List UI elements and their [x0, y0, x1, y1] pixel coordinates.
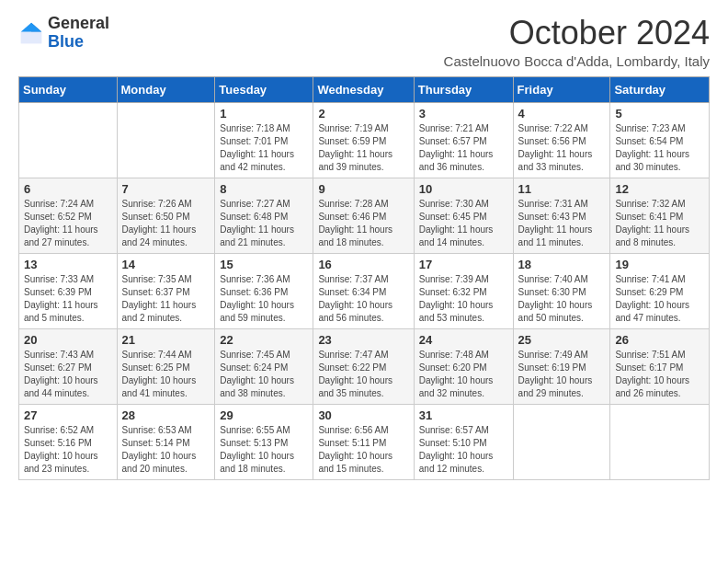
logo: General Blue	[18, 15, 109, 52]
day-number: 28	[122, 408, 210, 422]
day-detail: Sunrise: 7:18 AMSunset: 7:01 PMDaylight:…	[220, 122, 308, 174]
calendar-cell: 24Sunrise: 7:48 AMSunset: 6:20 PMDayligh…	[414, 328, 513, 404]
calendar-header-row: SundayMondayTuesdayWednesdayThursdayFrid…	[19, 76, 710, 102]
calendar-cell: 14Sunrise: 7:35 AMSunset: 6:37 PMDayligh…	[117, 253, 215, 328]
calendar-cell: 16Sunrise: 7:37 AMSunset: 6:34 PMDayligh…	[313, 253, 414, 328]
day-detail: Sunrise: 7:33 AMSunset: 6:39 PMDaylight:…	[24, 273, 112, 325]
day-number: 4	[518, 107, 606, 121]
day-number: 20	[24, 333, 112, 347]
calendar-week-row: 6Sunrise: 7:24 AMSunset: 6:52 PMDaylight…	[19, 178, 710, 253]
header: General Blue October 2024 Castelnuovo Bo…	[18, 15, 710, 69]
day-number: 21	[122, 333, 210, 347]
day-number: 2	[318, 107, 408, 121]
day-number: 14	[122, 258, 210, 271]
day-detail: Sunrise: 7:26 AMSunset: 6:50 PMDaylight:…	[122, 198, 210, 249]
day-number: 25	[518, 333, 606, 347]
day-detail: Sunrise: 7:45 AMSunset: 6:24 PMDaylight:…	[220, 349, 308, 400]
calendar-cell: 25Sunrise: 7:49 AMSunset: 6:19 PMDayligh…	[513, 328, 610, 404]
day-detail: Sunrise: 7:40 AMSunset: 6:30 PMDaylight:…	[518, 273, 606, 325]
calendar-cell: 6Sunrise: 7:24 AMSunset: 6:52 PMDaylight…	[19, 178, 118, 253]
calendar-cell: 4Sunrise: 7:22 AMSunset: 6:56 PMDaylight…	[513, 102, 610, 178]
day-number: 26	[615, 333, 704, 347]
title-area: October 2024 Castelnuovo Bocca d'Adda, L…	[444, 15, 710, 69]
day-detail: Sunrise: 7:37 AMSunset: 6:34 PMDaylight:…	[318, 273, 408, 325]
page: General Blue October 2024 Castelnuovo Bo…	[0, 0, 728, 495]
day-detail: Sunrise: 7:43 AMSunset: 6:27 PMDaylight:…	[24, 349, 112, 400]
calendar-cell: 12Sunrise: 7:32 AMSunset: 6:41 PMDayligh…	[610, 178, 710, 253]
day-detail: Sunrise: 7:28 AMSunset: 6:46 PMDaylight:…	[318, 198, 408, 249]
day-number: 30	[318, 408, 408, 422]
day-detail: Sunrise: 7:31 AMSunset: 6:43 PMDaylight:…	[518, 198, 606, 249]
day-number: 19	[615, 258, 704, 271]
calendar-week-row: 20Sunrise: 7:43 AMSunset: 6:27 PMDayligh…	[19, 328, 710, 404]
day-number: 13	[24, 258, 112, 271]
location: Castelnuovo Bocca d'Adda, Lombardy, Ital…	[444, 53, 710, 69]
day-detail: Sunrise: 6:57 AMSunset: 5:10 PMDaylight:…	[419, 424, 508, 476]
calendar-cell: 29Sunrise: 6:55 AMSunset: 5:13 PMDayligh…	[215, 404, 313, 479]
calendar-cell	[19, 102, 118, 178]
day-detail: Sunrise: 7:24 AMSunset: 6:52 PMDaylight:…	[24, 198, 112, 249]
calendar-week-row: 27Sunrise: 6:52 AMSunset: 5:16 PMDayligh…	[19, 404, 710, 479]
day-detail: Sunrise: 7:23 AMSunset: 6:54 PMDaylight:…	[615, 122, 704, 174]
day-header-saturday: Saturday	[610, 76, 710, 102]
calendar-cell: 15Sunrise: 7:36 AMSunset: 6:36 PMDayligh…	[215, 253, 313, 328]
day-number: 18	[518, 258, 606, 271]
calendar-cell: 17Sunrise: 7:39 AMSunset: 6:32 PMDayligh…	[414, 253, 513, 328]
day-header-thursday: Thursday	[414, 76, 513, 102]
calendar-cell: 20Sunrise: 7:43 AMSunset: 6:27 PMDayligh…	[19, 328, 118, 404]
calendar-cell: 1Sunrise: 7:18 AMSunset: 7:01 PMDaylight…	[215, 102, 313, 178]
calendar-cell: 8Sunrise: 7:27 AMSunset: 6:48 PMDaylight…	[215, 178, 313, 253]
day-detail: Sunrise: 6:55 AMSunset: 5:13 PMDaylight:…	[220, 424, 308, 476]
calendar-week-row: 13Sunrise: 7:33 AMSunset: 6:39 PMDayligh…	[19, 253, 710, 328]
calendar-cell: 9Sunrise: 7:28 AMSunset: 6:46 PMDaylight…	[313, 178, 414, 253]
svg-marker-3	[21, 23, 41, 32]
day-header-sunday: Sunday	[19, 76, 118, 102]
day-detail: Sunrise: 7:30 AMSunset: 6:45 PMDaylight:…	[419, 198, 508, 249]
day-number: 12	[615, 182, 704, 196]
calendar-cell: 3Sunrise: 7:21 AMSunset: 6:57 PMDaylight…	[414, 102, 513, 178]
day-number: 24	[419, 333, 508, 347]
day-number: 27	[24, 408, 112, 422]
day-detail: Sunrise: 7:21 AMSunset: 6:57 PMDaylight:…	[419, 122, 508, 174]
day-detail: Sunrise: 7:48 AMSunset: 6:20 PMDaylight:…	[419, 349, 508, 400]
calendar-cell: 23Sunrise: 7:47 AMSunset: 6:22 PMDayligh…	[313, 328, 414, 404]
logo-icon	[18, 20, 44, 46]
calendar-cell: 19Sunrise: 7:41 AMSunset: 6:29 PMDayligh…	[610, 253, 710, 328]
calendar-cell	[117, 102, 215, 178]
calendar-cell: 28Sunrise: 6:53 AMSunset: 5:14 PMDayligh…	[117, 404, 215, 479]
calendar-cell: 5Sunrise: 7:23 AMSunset: 6:54 PMDaylight…	[610, 102, 710, 178]
day-detail: Sunrise: 7:22 AMSunset: 6:56 PMDaylight:…	[518, 122, 606, 174]
calendar-cell	[513, 404, 610, 479]
day-detail: Sunrise: 7:35 AMSunset: 6:37 PMDaylight:…	[122, 273, 210, 325]
day-detail: Sunrise: 7:44 AMSunset: 6:25 PMDaylight:…	[122, 349, 210, 400]
calendar-cell: 10Sunrise: 7:30 AMSunset: 6:45 PMDayligh…	[414, 178, 513, 253]
day-detail: Sunrise: 7:49 AMSunset: 6:19 PMDaylight:…	[518, 349, 606, 400]
day-number: 23	[318, 333, 408, 347]
calendar-cell: 13Sunrise: 7:33 AMSunset: 6:39 PMDayligh…	[19, 253, 118, 328]
day-detail: Sunrise: 6:53 AMSunset: 5:14 PMDaylight:…	[122, 424, 210, 476]
calendar-cell: 7Sunrise: 7:26 AMSunset: 6:50 PMDaylight…	[117, 178, 215, 253]
logo-blue-text: Blue	[48, 32, 84, 51]
calendar-cell: 18Sunrise: 7:40 AMSunset: 6:30 PMDayligh…	[513, 253, 610, 328]
calendar-cell	[610, 404, 710, 479]
day-detail: Sunrise: 7:41 AMSunset: 6:29 PMDaylight:…	[615, 273, 704, 325]
calendar-week-row: 1Sunrise: 7:18 AMSunset: 7:01 PMDaylight…	[19, 102, 710, 178]
calendar-cell: 27Sunrise: 6:52 AMSunset: 5:16 PMDayligh…	[19, 404, 118, 479]
calendar-cell: 21Sunrise: 7:44 AMSunset: 6:25 PMDayligh…	[117, 328, 215, 404]
calendar-cell: 11Sunrise: 7:31 AMSunset: 6:43 PMDayligh…	[513, 178, 610, 253]
month-title: October 2024	[444, 15, 710, 52]
day-number: 10	[419, 182, 508, 196]
day-number: 8	[220, 182, 308, 196]
calendar-cell: 31Sunrise: 6:57 AMSunset: 5:10 PMDayligh…	[414, 404, 513, 479]
calendar-cell: 26Sunrise: 7:51 AMSunset: 6:17 PMDayligh…	[610, 328, 710, 404]
day-number: 16	[318, 258, 408, 271]
day-header-friday: Friday	[513, 76, 610, 102]
day-detail: Sunrise: 7:47 AMSunset: 6:22 PMDaylight:…	[318, 349, 408, 400]
day-detail: Sunrise: 7:19 AMSunset: 6:59 PMDaylight:…	[318, 122, 408, 174]
day-number: 15	[220, 258, 308, 271]
day-detail: Sunrise: 7:51 AMSunset: 6:17 PMDaylight:…	[615, 349, 704, 400]
day-detail: Sunrise: 6:56 AMSunset: 5:11 PMDaylight:…	[318, 424, 408, 476]
day-detail: Sunrise: 6:52 AMSunset: 5:16 PMDaylight:…	[24, 424, 112, 476]
calendar-cell: 2Sunrise: 7:19 AMSunset: 6:59 PMDaylight…	[313, 102, 414, 178]
day-number: 7	[122, 182, 210, 196]
